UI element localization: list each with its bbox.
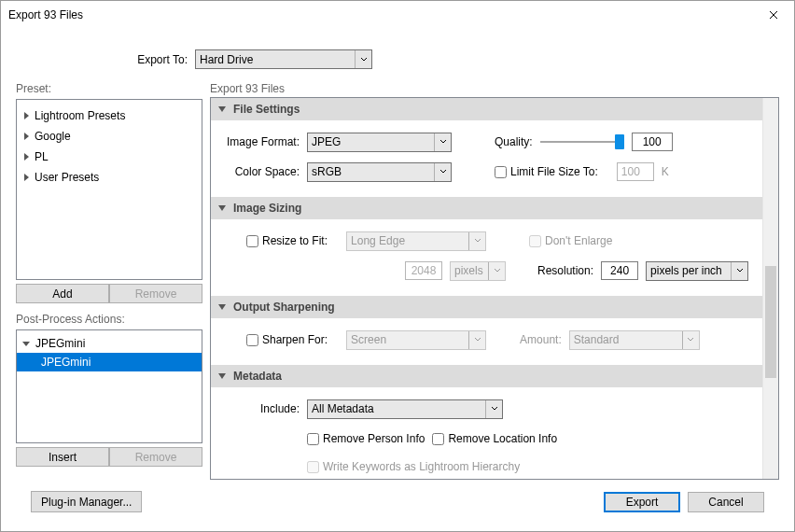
- preset-label-text: Lightroom Presets: [35, 109, 125, 122]
- quality-label: Quality:: [495, 135, 533, 148]
- sharpening-header[interactable]: Output Sharpening: [211, 296, 762, 318]
- image-format-select[interactable]: JPEG: [307, 133, 452, 152]
- collapse-icon: [218, 304, 226, 310]
- resolution-input[interactable]: [601, 261, 638, 280]
- ppa-group-label: JPEGmini: [35, 337, 85, 350]
- preset-label-text: Google: [35, 130, 71, 143]
- quality-slider[interactable]: [540, 141, 624, 143]
- section-title: Metadata: [233, 370, 282, 383]
- settings-scroll: File Settings Image Format: JPEG Qualit: [211, 98, 762, 479]
- settings-panel: File Settings Image Format: JPEG Qualit: [210, 97, 779, 480]
- preset-item[interactable]: Lightroom Presets: [17, 105, 202, 126]
- write-keywords-checkbox[interactable]: Write Keywords as Lightroom Hierarchy: [307, 460, 520, 473]
- chevron-down-icon: [468, 331, 485, 349]
- preset-item[interactable]: Google: [17, 126, 202, 147]
- right-column: Export 93 Files File Settings Image Form…: [210, 82, 779, 480]
- section-title: File Settings: [233, 103, 300, 116]
- quality-input[interactable]: [632, 133, 673, 151]
- export-to-select[interactable]: Hard Drive: [195, 49, 372, 69]
- export-button[interactable]: Export: [604, 492, 680, 512]
- remove-location-checkbox[interactable]: Remove Location Info: [432, 432, 557, 445]
- preset-label-text: User Presets: [35, 171, 99, 184]
- add-preset-button[interactable]: Add: [16, 284, 109, 303]
- chevron-down-icon: [355, 50, 371, 68]
- remove-preset-button[interactable]: Remove: [109, 284, 202, 303]
- ppa-buttons: Insert Remove: [16, 447, 202, 467]
- limit-size-input[interactable]: [617, 162, 654, 181]
- dont-enlarge-checkbox[interactable]: Don't Enlarge: [529, 234, 612, 247]
- slider-thumb[interactable]: [615, 134, 624, 149]
- remove-ppa-button[interactable]: Remove: [109, 447, 202, 467]
- chevron-down-icon: [434, 133, 451, 151]
- preset-item[interactable]: PL: [17, 147, 202, 167]
- ppa-label: Post-Process Actions:: [16, 313, 202, 326]
- sharpening-body: Sharpen For: Screen Amount:: [211, 318, 762, 365]
- limit-unit: K: [662, 165, 669, 178]
- preset-item[interactable]: User Presets: [17, 167, 202, 188]
- expand-icon: [24, 153, 29, 161]
- image-sizing-header[interactable]: Image Sizing: [211, 197, 762, 219]
- collapse-icon: [218, 373, 226, 379]
- chevron-down-icon: [468, 232, 485, 250]
- ppa-item[interactable]: JPEGmini: [17, 353, 202, 371]
- amount-select[interactable]: Standard: [569, 330, 700, 350]
- color-space-select[interactable]: sRGB: [307, 162, 452, 182]
- sharpen-checkbox[interactable]: Sharpen For:: [246, 333, 328, 346]
- resolution-unit-select[interactable]: pixels per inch: [646, 261, 748, 281]
- preset-label-text: PL: [35, 150, 49, 163]
- close-icon: [769, 10, 778, 20]
- export-to-label: Export To:: [120, 53, 188, 66]
- expand-icon: [24, 174, 29, 181]
- export-to-value: Hard Drive: [196, 51, 355, 68]
- close-button[interactable]: [752, 1, 794, 29]
- ppa-group[interactable]: JPEGmini: [17, 334, 202, 353]
- left-column: Preset: Lightroom Presets Google PL User…: [16, 82, 202, 480]
- resolution-label: Resolution:: [537, 264, 593, 277]
- resize-mode-select[interactable]: Long Edge: [346, 231, 486, 251]
- export-dialog: Export 93 Files Export To: Hard Drive Pr…: [0, 0, 795, 532]
- sharpen-for-select[interactable]: Screen: [346, 330, 486, 350]
- resize-checkbox[interactable]: Resize to Fit:: [246, 234, 328, 247]
- chevron-down-icon: [485, 400, 502, 418]
- color-space-label: Color Space:: [220, 165, 300, 178]
- image-format-label: Image Format:: [220, 135, 300, 148]
- expand-icon: [24, 133, 29, 140]
- preset-tree[interactable]: Lightroom Presets Google PL User Presets: [16, 99, 202, 280]
- insert-ppa-button[interactable]: Insert: [16, 447, 109, 467]
- dimension-unit-select[interactable]: pixels: [450, 261, 506, 281]
- chevron-down-icon: [434, 163, 451, 181]
- plugin-manager-button[interactable]: Plug-in Manager...: [31, 491, 142, 512]
- chevron-down-icon: [682, 331, 699, 349]
- footer: Plug-in Manager... Export Cancel: [16, 487, 779, 525]
- file-settings-body: Image Format: JPEG Quality:: [211, 120, 762, 197]
- amount-label: Amount:: [520, 333, 562, 346]
- main-title: Export 93 Files: [210, 82, 779, 95]
- window-title: Export 93 Files: [8, 8, 83, 21]
- preset-buttons: Add Remove: [16, 284, 202, 303]
- scrollbar-thumb[interactable]: [765, 266, 776, 378]
- collapse-icon: [22, 342, 30, 346]
- image-sizing-body: Resize to Fit: Long Edge Don't Enlarge: [211, 219, 762, 296]
- titlebar: Export 93 Files: [1, 1, 794, 29]
- ppa-item-label: JPEGmini: [41, 356, 91, 369]
- collapse-icon: [218, 106, 226, 112]
- remove-person-checkbox[interactable]: Remove Person Info: [307, 432, 425, 445]
- section-title: Image Sizing: [233, 202, 301, 215]
- metadata-header[interactable]: Metadata: [211, 365, 762, 387]
- include-label: Include:: [220, 402, 300, 415]
- content: Export To: Hard Drive Preset: Lightroom …: [1, 29, 794, 532]
- preset-label: Preset:: [16, 82, 202, 95]
- limit-filesize-checkbox[interactable]: Limit File Size To:: [495, 165, 598, 178]
- body: Preset: Lightroom Presets Google PL User…: [16, 82, 779, 480]
- file-settings-header[interactable]: File Settings: [211, 98, 762, 120]
- scrollbar[interactable]: [762, 98, 778, 479]
- chevron-down-icon: [731, 262, 747, 280]
- export-to-row: Export To: Hard Drive: [16, 49, 779, 69]
- cancel-button[interactable]: Cancel: [688, 492, 764, 512]
- expand-icon: [24, 112, 29, 119]
- collapse-icon: [218, 205, 226, 211]
- ppa-list[interactable]: JPEGmini JPEGmini: [16, 329, 202, 443]
- include-select[interactable]: All Metadata: [307, 399, 503, 419]
- section-title: Output Sharpening: [233, 301, 335, 314]
- dimension-input[interactable]: [405, 261, 442, 280]
